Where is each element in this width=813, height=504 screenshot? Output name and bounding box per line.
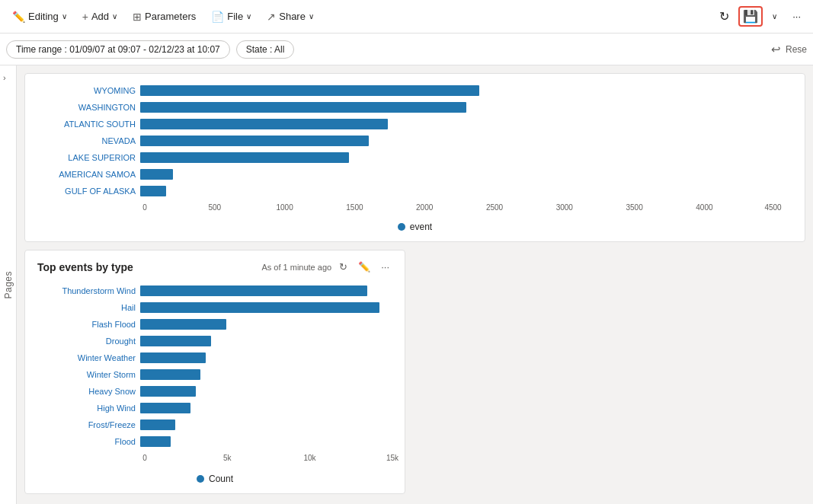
bar-fill — [140, 285, 367, 296]
more-icon: ··· — [792, 11, 801, 22]
toolbar-right: ↻ 💾 ∨ ··· — [713, 6, 807, 27]
main-area: › Pages WYOMING WASHINGTON ATLANTIC SOUT… — [0, 65, 813, 504]
save-button[interactable]: 💾 — [738, 6, 763, 27]
toolbar: ✏️ Editing ∨ + Add ∨ ⊞ Parameters 📄 File… — [0, 0, 813, 33]
bar-wrapper — [140, 169, 792, 180]
bar-label: Thunderstorm Wind — [37, 286, 140, 295]
x-tick-label: 500 — [208, 203, 221, 212]
table-row: Winter Storm — [37, 367, 392, 382]
x-tick-label: 3500 — [626, 203, 642, 212]
parameters-button[interactable]: ⊞ Parameters — [126, 8, 202, 26]
add-icon: + — [82, 11, 88, 23]
top-bar-chart: WYOMING WASHINGTON ATLANTIC SOUTH NEVADA… — [37, 83, 792, 200]
file-icon: 📄 — [211, 11, 224, 23]
filter-right[interactable]: ↩ Rese — [771, 43, 807, 56]
table-row: Flood — [37, 434, 392, 449]
table-row: AMERICAN SAMOA — [37, 167, 792, 182]
bar-label: LAKE SUPERIOR — [37, 153, 140, 162]
share-button[interactable]: ↗ Share ∨ — [261, 8, 320, 26]
bottom-chart-panel: Top events by type As of 1 minute ago ↻ … — [24, 250, 405, 494]
bar-fill — [140, 169, 173, 180]
x-tick-label: 2500 — [486, 203, 503, 212]
x-tick-label: 4000 — [696, 203, 712, 212]
table-row: High Wind — [37, 400, 392, 416]
table-row: Hail — [37, 300, 392, 315]
bar-wrapper — [140, 152, 792, 163]
bar-label: ATLANTIC SOUTH — [37, 120, 140, 129]
bottom-chart-title: Top events by type — [37, 261, 261, 273]
bottom-bar-chart: Thunderstorm Wind Hail Flash Flood Droug… — [37, 283, 392, 451]
share-icon: ↗ — [267, 11, 276, 23]
x-tick-label: 1000 — [276, 203, 293, 212]
bar-wrapper — [140, 319, 392, 330]
editing-button[interactable]: ✏️ Editing ∨ — [6, 8, 73, 26]
bar-label: Flash Flood — [37, 320, 140, 329]
time-range-label: Time range : 01/09/07 at 09:07 - 02/12/2… — [16, 44, 220, 55]
file-button[interactable]: 📄 File ∨ — [205, 8, 258, 26]
table-row: Drought — [37, 333, 392, 349]
pages-sidebar[interactable]: › Pages — [0, 65, 17, 504]
x-tick-label: 5k — [223, 454, 232, 462]
pages-label: Pages — [3, 271, 14, 299]
x-tick-label: 0 — [142, 454, 147, 462]
bar-fill — [140, 319, 226, 330]
x-tick-label: 0 — [142, 203, 147, 212]
bottom-panel-header: Top events by type As of 1 minute ago ↻ … — [37, 260, 392, 274]
reset-label: Rese — [786, 44, 807, 55]
bottom-chart-x-axis: 05k10k15k — [145, 454, 392, 467]
editing-chevron-icon: ∨ — [62, 12, 67, 21]
add-chevron-icon: ∨ — [112, 12, 117, 21]
more-button[interactable]: ··· — [786, 8, 807, 25]
filter-bar: Time range : 01/09/07 at 09:07 - 02/12/2… — [0, 33, 813, 65]
add-button[interactable]: + Add ∨ — [76, 8, 123, 26]
table-row: LAKE SUPERIOR — [37, 150, 792, 165]
bar-label: NEVADA — [37, 136, 140, 145]
bar-label: Winter Weather — [37, 353, 140, 362]
bar-wrapper — [140, 336, 392, 346]
parameters-icon: ⊞ — [133, 11, 142, 23]
edit-icon: ✏️ — [12, 11, 25, 23]
bar-fill — [140, 369, 200, 380]
state-label: State : All — [246, 44, 285, 55]
bottom-edit-button[interactable]: ✏️ — [355, 260, 373, 274]
refresh-button[interactable]: ↻ — [713, 6, 735, 27]
state-filter[interactable]: State : All — [236, 40, 295, 59]
pages-chevron-icon: › — [3, 73, 6, 82]
content-area: WYOMING WASHINGTON ATLANTIC SOUTH NEVADA… — [17, 65, 813, 504]
add-label: Add — [91, 11, 109, 22]
bar-wrapper — [140, 419, 392, 430]
bar-label: Heavy Snow — [37, 387, 140, 396]
bar-wrapper — [140, 136, 792, 146]
bar-fill — [140, 352, 206, 363]
bar-label: GULF OF ALASKA — [37, 187, 140, 196]
bar-fill — [140, 403, 190, 413]
bar-label: AMERICAN SAMOA — [37, 170, 140, 179]
table-row: NEVADA — [37, 133, 792, 148]
time-range-filter[interactable]: Time range : 01/09/07 at 09:07 - 02/12/2… — [6, 40, 230, 59]
bar-fill — [140, 419, 175, 430]
file-label: File — [227, 11, 243, 22]
table-row: Winter Weather — [37, 350, 392, 365]
collapse-icon: ∨ — [772, 12, 777, 21]
bar-wrapper — [140, 119, 792, 129]
bottom-chart-legend: Count — [37, 474, 392, 484]
bottom-more-button[interactable]: ··· — [378, 260, 392, 274]
table-row: WASHINGTON — [37, 100, 792, 115]
bar-fill — [140, 152, 349, 163]
bottom-refresh-button[interactable]: ↻ — [336, 260, 350, 274]
bar-fill — [140, 386, 196, 397]
top-chart-panel: WYOMING WASHINGTON ATLANTIC SOUTH NEVADA… — [24, 73, 805, 242]
table-row: GULF OF ALASKA — [37, 183, 792, 199]
bar-wrapper — [140, 352, 392, 363]
collapse-button[interactable]: ∨ — [766, 9, 783, 24]
top-chart-content: WYOMING WASHINGTON ATLANTIC SOUTH NEVADA… — [37, 83, 792, 232]
file-chevron-icon: ∨ — [246, 12, 251, 21]
x-tick-label: 15k — [386, 454, 398, 462]
x-tick-label: 10k — [303, 454, 315, 462]
bar-wrapper — [140, 436, 392, 447]
bar-fill — [140, 302, 379, 313]
table-row: Thunderstorm Wind — [37, 283, 392, 298]
bar-wrapper — [140, 369, 392, 380]
bar-wrapper — [140, 285, 392, 296]
bar-fill — [140, 136, 369, 146]
